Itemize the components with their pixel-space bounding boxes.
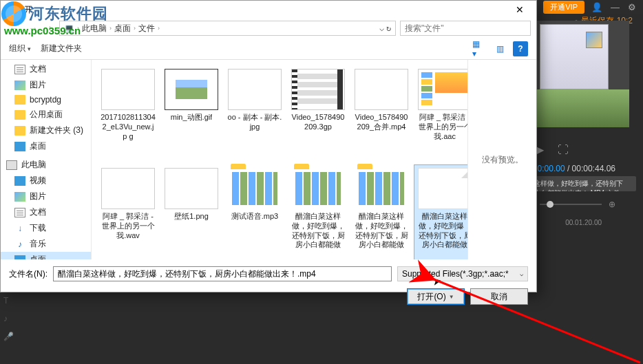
file-item[interactable]: 测试语音.mp3 bbox=[224, 164, 286, 259]
file-label: 测试语音.mp3 bbox=[231, 212, 278, 222]
sidebar-item[interactable]: 视频 bbox=[1, 173, 91, 189]
preview-video bbox=[536, 89, 629, 127]
folder-icon bbox=[14, 110, 25, 120]
desk-icon bbox=[14, 142, 25, 151]
file-thumbnail bbox=[165, 69, 218, 110]
file-item[interactable]: 醋溜白菜这样做，好吃到爆，还特别下饭，厨房小白都能做出... bbox=[287, 164, 349, 259]
file-thumbnail bbox=[101, 69, 155, 110]
file-item[interactable]: Video_1578490 209.3gp bbox=[287, 65, 349, 162]
sidebar-item[interactable]: 图片 bbox=[1, 189, 91, 204]
sidebar-item[interactable]: 图片 bbox=[1, 77, 91, 93]
file-thumbnail bbox=[418, 168, 467, 209]
help-icon[interactable]: ? bbox=[513, 41, 528, 56]
sidebar-item-label: 文档 bbox=[30, 206, 46, 218]
nav-back-icon[interactable]: ← bbox=[6, 23, 21, 34]
img-icon bbox=[14, 81, 25, 90]
sidebar-item-label: 桌面 bbox=[30, 140, 46, 152]
file-item[interactable]: 阿肆 _ 郭采洁 - 世界上的另一个我.wav bbox=[97, 164, 159, 259]
file-thumbnail bbox=[355, 168, 408, 209]
audio-track-icon[interactable]: ♪ bbox=[3, 314, 14, 323]
file-label: min_动图.gif bbox=[171, 113, 213, 122]
sidebar-item[interactable]: ↓下载 bbox=[1, 220, 91, 236]
preview-panel bbox=[536, 21, 629, 127]
dialog-toolbar: 组织 新建文件夹 ▦ ▾ ▥ ? bbox=[1, 38, 536, 60]
zoom-slider[interactable] bbox=[540, 204, 602, 205]
sidebar-item[interactable]: ♪音乐 bbox=[1, 236, 91, 252]
zoom-control[interactable]: ⊖ ⊕ bbox=[526, 200, 615, 209]
crumb[interactable]: 此电脑 bbox=[82, 23, 107, 34]
file-item[interactable]: oo - 副本 - 副本.jpg bbox=[224, 65, 286, 162]
sidebar-item-label: 视频 bbox=[30, 175, 46, 186]
file-item[interactable]: 2017102811304 2_eL3Vu_new.jp g bbox=[97, 65, 159, 162]
user-icon[interactable]: 👤 bbox=[591, 2, 602, 12]
dialog-body: 文档图片bcryptdg公用桌面新建文件夹 (3)桌面此电脑视频图片文档↓下载♪… bbox=[1, 60, 536, 259]
sidebar-item[interactable]: 桌面 bbox=[1, 138, 91, 154]
mic-track-icon[interactable]: 🎤 bbox=[3, 332, 14, 341]
cancel-button[interactable]: 取消 bbox=[470, 288, 528, 305]
file-thumbnail bbox=[228, 69, 282, 110]
min-icon[interactable]: — bbox=[611, 2, 620, 12]
file-item[interactable]: 醋溜白菜这样做，好吃到爆，还特别下饭，厨房小白都能做出... bbox=[414, 164, 467, 259]
preview-pane-icon[interactable]: ▥ bbox=[492, 41, 507, 56]
view-mode-icon[interactable]: ▦ ▾ bbox=[472, 41, 487, 56]
nav-up-icon[interactable]: ↑ bbox=[45, 23, 55, 34]
sidebar-item-label: 文档 bbox=[30, 63, 46, 75]
file-item[interactable]: min_动图.gif bbox=[160, 65, 222, 162]
settings-icon[interactable]: ⚙ bbox=[628, 2, 636, 12]
organize-menu[interactable]: 组织 bbox=[9, 43, 31, 54]
breadcrumb[interactable]: 💻› 此电脑› 桌面› 文件› ⌵ ↻ bbox=[59, 21, 396, 36]
desk-icon bbox=[14, 255, 25, 260]
file-label: 阿肆 _ 郭采洁 - 世界上的另一个我.wav bbox=[101, 212, 156, 240]
file-label: oo - 副本 - 副本.jpg bbox=[227, 113, 282, 132]
doc-icon bbox=[14, 65, 25, 74]
vip-button[interactable]: 开通VIP bbox=[543, 1, 584, 14]
sidebar-item[interactable]: 公用桌面 bbox=[1, 107, 91, 122]
sidebar-item-label: 下载 bbox=[30, 222, 46, 234]
preview-column: 没有预览。 bbox=[467, 60, 536, 259]
nav-fwd-icon[interactable]: → bbox=[25, 23, 41, 34]
file-label: 壁纸1.png bbox=[174, 212, 209, 222]
dialog-footer: 文件名(N): Supported Files(*.3gp;*.aac;*⌵ 打… bbox=[1, 259, 536, 312]
sidebar-item[interactable]: bcryptdg bbox=[1, 93, 91, 107]
file-item[interactable]: 壁纸1.png bbox=[160, 164, 222, 259]
zoom-in-icon[interactable]: ⊕ bbox=[609, 200, 615, 209]
file-grid: 2017102811304 2_eL3Vu_new.jp gmin_动图.gif… bbox=[92, 60, 467, 259]
sidebar-item-label: 桌面 bbox=[30, 254, 46, 259]
file-label: Video_1578490 209.3gp bbox=[291, 113, 346, 132]
filetype-filter[interactable]: Supported Files(*.3gp;*.aac;*⌵ bbox=[397, 266, 528, 281]
crumb-dropdown-icon[interactable]: ⌵ ↻ bbox=[379, 23, 391, 33]
new-folder-button[interactable]: 新建文件夹 bbox=[41, 43, 82, 54]
file-label: 2017102811304 2_eL3Vu_new.jp g bbox=[101, 113, 156, 141]
file-item[interactable]: 醋溜白菜这样做，好吃到爆，还特别下饭，厨房小白都能做出... bbox=[350, 164, 412, 259]
file-item[interactable]: Video_1578490 209_合并.mp4 bbox=[350, 65, 412, 162]
sidebar-item-label: 图片 bbox=[30, 191, 46, 202]
sidebar-item[interactable]: 文档 bbox=[1, 61, 91, 77]
sidebar-item-label: 新建文件夹 (3) bbox=[30, 125, 83, 136]
file-label: 阿肆 _ 郭采洁 - 世界上的另一个我.aac bbox=[417, 113, 467, 141]
sidebar-item-label: 图片 bbox=[30, 79, 46, 91]
crumb[interactable]: 文件 bbox=[138, 23, 155, 34]
sidebar-item-label: 此电脑 bbox=[21, 159, 46, 171]
file-thumbnail bbox=[228, 168, 282, 209]
sidebar-this-pc[interactable]: 此电脑 bbox=[1, 157, 91, 173]
file-open-dialog: ◉ 打开 ✕ ← → ↑ 💻› 此电脑› 桌面› 文件› ⌵ ↻ 组织 新建文件… bbox=[0, 0, 537, 292]
sidebar: 文档图片bcryptdg公用桌面新建文件夹 (3)桌面此电脑视频图片文档↓下载♪… bbox=[1, 60, 92, 259]
dialog-title: 打开 bbox=[16, 4, 32, 16]
file-thumbnail bbox=[291, 69, 345, 110]
sidebar-item-label: 音乐 bbox=[30, 238, 46, 250]
filename-input[interactable] bbox=[53, 266, 392, 281]
close-button[interactable]: ✕ bbox=[506, 2, 534, 17]
open-button[interactable]: 打开(O)▼ bbox=[407, 288, 465, 305]
sidebar-item[interactable]: 新建文件夹 (3) bbox=[1, 122, 91, 138]
sidebar-item[interactable]: 文档 bbox=[1, 204, 91, 220]
sidebar-item[interactable]: 桌面 bbox=[1, 252, 91, 259]
crumb[interactable]: 桌面 bbox=[114, 23, 131, 34]
search-input[interactable] bbox=[400, 21, 531, 36]
doc-icon bbox=[14, 208, 25, 217]
file-item[interactable]: 阿肆 _ 郭采洁 - 世界上的另一个我.aac bbox=[414, 65, 467, 162]
dialog-titlebar: ◉ 打开 ✕ bbox=[1, 1, 536, 19]
file-label: 醋溜白菜这样做，好吃到爆，还特别下饭，厨房小白都能做出... bbox=[354, 212, 409, 250]
folder-icon bbox=[14, 126, 25, 136]
editor-topbar-icons: 👤 — ⚙ bbox=[591, 2, 636, 12]
music-icon: ♪ bbox=[14, 239, 25, 249]
